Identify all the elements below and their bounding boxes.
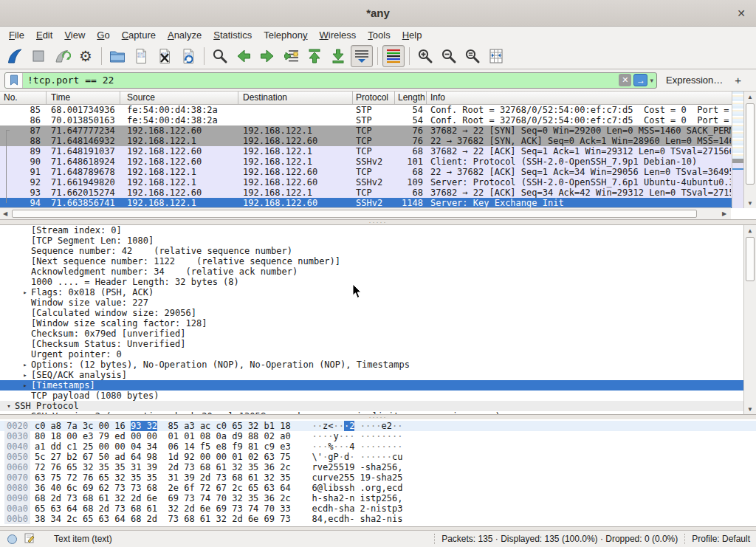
column-header-time[interactable]: Time bbox=[47, 92, 120, 104]
menu-tools[interactable]: Tools bbox=[362, 28, 396, 42]
detail-line[interactable]: ▸SSH Version 2 (encryption:chacha20-poly… bbox=[0, 411, 756, 415]
hex-bytes[interactable]: 72 76 65 32 35 35 31 39 2d 73 68 61 32 3… bbox=[35, 462, 291, 472]
detail-line[interactable]: ▾SSH Protocol bbox=[0, 401, 756, 411]
expand-arrow-icon[interactable]: ▸ bbox=[19, 287, 31, 297]
open-file-button[interactable] bbox=[106, 45, 128, 67]
scroll-down-icon[interactable]: ▼ bbox=[744, 404, 756, 414]
hex-bytes[interactable]: 36 40 6c 69 62 73 73 68 2e 6f 72 67 2c 6… bbox=[35, 483, 291, 493]
go-last-button[interactable] bbox=[327, 45, 349, 67]
detail-line[interactable]: [Window size scaling factor: 128] bbox=[0, 318, 756, 328]
column-header-source[interactable]: Source bbox=[120, 92, 238, 104]
display-filter-field[interactable]: !tcp.port == 22 ✕ → ▾ bbox=[4, 72, 657, 89]
hex-bytes[interactable]: 80 18 00 e3 79 ed 00 00 01 01 08 0a d9 8… bbox=[35, 431, 291, 441]
filter-clear-icon[interactable]: ✕ bbox=[619, 74, 631, 86]
packet-list-vertical-scrollbar[interactable]: ▲ ▼ bbox=[743, 92, 756, 208]
detail-line[interactable]: [Next sequence number: 1122 (relative se… bbox=[0, 256, 756, 266]
hex-ascii[interactable]: 84,ecdh- sha2-nis bbox=[312, 514, 403, 524]
intelligent-scrollbar-minimap[interactable] bbox=[732, 92, 743, 208]
packet-row-89[interactable]: 8971.648191037192.168.122.60192.168.122.… bbox=[0, 146, 756, 156]
detail-line[interactable]: ▸[SEQ/ACK analysis] bbox=[0, 370, 756, 380]
scrollbar-thumb[interactable] bbox=[12, 210, 697, 218]
hex-ascii[interactable]: 6@libssh .org,ecd bbox=[312, 483, 403, 493]
reload-file-button[interactable]: 01010110 bbox=[177, 45, 199, 67]
packet-row-85[interactable]: 8568.001734936fe:54:00:d4:38:2aSTP54Conf… bbox=[0, 105, 756, 115]
capture-comment-icon[interactable] bbox=[24, 533, 35, 546]
go-forward-button[interactable] bbox=[256, 45, 278, 67]
detail-line[interactable]: ▸[Timestamps] bbox=[0, 380, 756, 391]
detail-line[interactable]: Checksum: 0x79ed [unverified] bbox=[0, 328, 756, 339]
packet-row-86[interactable]: 8670.013850163fe:54:00:d4:38:2aSTP54Conf… bbox=[0, 115, 756, 125]
expand-arrow-icon[interactable]: ▸ bbox=[19, 359, 31, 370]
menu-file[interactable]: File bbox=[3, 28, 30, 42]
expand-arrow-icon[interactable]: ▸ bbox=[19, 370, 31, 380]
scroll-up-icon[interactable]: ▲ bbox=[744, 92, 756, 102]
column-header-no[interactable]: No. bbox=[0, 92, 47, 104]
expert-info-icon[interactable] bbox=[7, 534, 17, 544]
detail-line[interactable]: [Calculated window size: 29056] bbox=[0, 308, 756, 318]
find-packet-button[interactable] bbox=[209, 45, 231, 67]
menu-view[interactable]: View bbox=[58, 28, 91, 42]
zoom-original-button[interactable] bbox=[461, 45, 484, 67]
scroll-down-icon[interactable]: ▼ bbox=[744, 198, 756, 208]
expression-button[interactable]: Expression… bbox=[666, 75, 723, 86]
filter-dropdown-caret-icon[interactable]: ▾ bbox=[650, 77, 653, 84]
packet-row-91[interactable]: 9171.648789678192.168.122.1192.168.122.6… bbox=[0, 167, 756, 177]
detail-line[interactable]: TCP payload (1080 bytes) bbox=[0, 391, 756, 401]
hex-bytes[interactable]: 65 63 64 68 2d 73 68 61 32 2d 6e 69 73 7… bbox=[35, 503, 291, 514]
scroll-up-icon[interactable]: ▲ bbox=[744, 225, 756, 235]
details-vertical-scrollbar[interactable]: ▲▼ bbox=[743, 225, 756, 414]
packet-list-horizontal-scrollbar[interactable]: ◀ ▶ bbox=[0, 207, 731, 219]
hex-bytes[interactable]: c0 a8 7a 3c 00 16 93 32 85 a3 ac c0 65 3… bbox=[35, 421, 291, 431]
auto-scroll-button[interactable] bbox=[351, 45, 373, 67]
hex-row-0050[interactable]: 00505c 27 b2 67 50 ad 64 98 1d 92 00 00 … bbox=[0, 452, 756, 462]
hex-bytes[interactable]: 5c 27 b2 67 50 ad 64 98 1d 92 00 00 01 0… bbox=[35, 452, 291, 462]
expand-arrow-icon[interactable]: ▾ bbox=[3, 401, 15, 411]
detail-line[interactable]: Sequence number: 42 (relative sequence n… bbox=[0, 246, 756, 256]
column-header-info[interactable]: Info bbox=[427, 92, 731, 104]
detail-line[interactable]: Urgent pointer: 0 bbox=[0, 349, 756, 359]
expand-arrow-icon[interactable]: ▸ bbox=[19, 380, 31, 391]
detail-line[interactable]: ▸Flags: 0x018 (PSH, ACK) bbox=[0, 287, 756, 297]
scrollbar-thumb[interactable] bbox=[746, 237, 755, 281]
hex-row-0060[interactable]: 006072 76 65 32 35 35 31 39 2d 73 68 61 … bbox=[0, 462, 756, 472]
colorize-button[interactable] bbox=[382, 45, 405, 67]
hex-bytes[interactable]: 63 75 72 76 65 32 35 35 31 39 2d 73 68 6… bbox=[35, 472, 291, 483]
filter-apply-icon[interactable]: → bbox=[633, 74, 647, 86]
hex-row-0030[interactable]: 003080 18 00 e3 79 ed 00 00 01 01 08 0a … bbox=[0, 431, 756, 441]
filter-bookmark-button[interactable] bbox=[5, 73, 23, 88]
hex-row-0080[interactable]: 008036 40 6c 69 62 73 73 68 2e 6f 72 67 … bbox=[0, 483, 756, 493]
hex-ascii[interactable]: h-sha2-n istp256, bbox=[312, 493, 403, 503]
zoom-in-button[interactable] bbox=[414, 45, 436, 67]
packet-row-90[interactable]: 9071.648618924192.168.122.60192.168.122.… bbox=[0, 156, 756, 167]
capture-options-button[interactable]: ⚙ bbox=[75, 45, 97, 67]
hex-row-0070[interactable]: 007063 75 72 76 65 32 35 35 31 39 2d 73 … bbox=[0, 472, 756, 483]
go-to-packet-button[interactable] bbox=[280, 45, 302, 67]
scroll-left-icon[interactable]: ◀ bbox=[0, 208, 10, 219]
go-first-button[interactable] bbox=[303, 45, 326, 67]
menu-telephony[interactable]: Telephony bbox=[258, 28, 313, 42]
expand-arrow-icon[interactable]: ▸ bbox=[19, 411, 31, 415]
add-filter-button[interactable]: + bbox=[730, 74, 746, 86]
menu-statistics[interactable]: Statistics bbox=[207, 28, 258, 42]
hex-ascii[interactable]: ecdh-sha 2-nistp3 bbox=[312, 503, 403, 514]
column-header-protocol[interactable]: Protocol bbox=[353, 92, 395, 104]
hex-row-0020[interactable]: 0020c0 a8 7a 3c 00 16 93 32 85 a3 ac c0 … bbox=[0, 421, 756, 431]
save-file-button[interactable]: 01010110 bbox=[130, 45, 152, 67]
hex-ascii[interactable]: \'·gP·d· ······cu bbox=[312, 452, 403, 462]
column-header-destination[interactable]: Destination bbox=[238, 92, 353, 104]
packet-row-92[interactable]: 9271.661949820192.168.122.1192.168.122.6… bbox=[0, 177, 756, 188]
menu-go[interactable]: Go bbox=[91, 28, 115, 42]
status-profile[interactable]: Profile: Default bbox=[692, 534, 750, 544]
packet-row-94[interactable]: 9471.663856741192.168.122.1192.168.122.6… bbox=[0, 198, 756, 208]
hex-bytes[interactable]: 38 34 2c 65 63 64 68 2d 73 68 61 32 2d 6… bbox=[35, 514, 291, 524]
hex-row-00b0[interactable]: 00b038 34 2c 65 63 64 68 2d 73 68 61 32 … bbox=[0, 514, 756, 524]
resize-columns-button[interactable] bbox=[485, 45, 507, 67]
scroll-right-icon[interactable]: ▶ bbox=[719, 208, 729, 219]
column-header-length[interactable]: Length bbox=[395, 92, 427, 104]
hex-ascii[interactable]: rve25519 -sha256, bbox=[312, 462, 403, 472]
go-back-button[interactable] bbox=[233, 45, 255, 67]
detail-line[interactable]: ▸Options: (12 bytes), No-Operation (NOP)… bbox=[0, 359, 756, 370]
stop-capture-button[interactable] bbox=[27, 45, 49, 67]
detail-line[interactable]: [TCP Segment Len: 1080] bbox=[0, 235, 756, 246]
hex-row-0040[interactable]: 0040a1 dd c1 25 00 00 04 34 06 14 f5 e8 … bbox=[0, 441, 756, 452]
